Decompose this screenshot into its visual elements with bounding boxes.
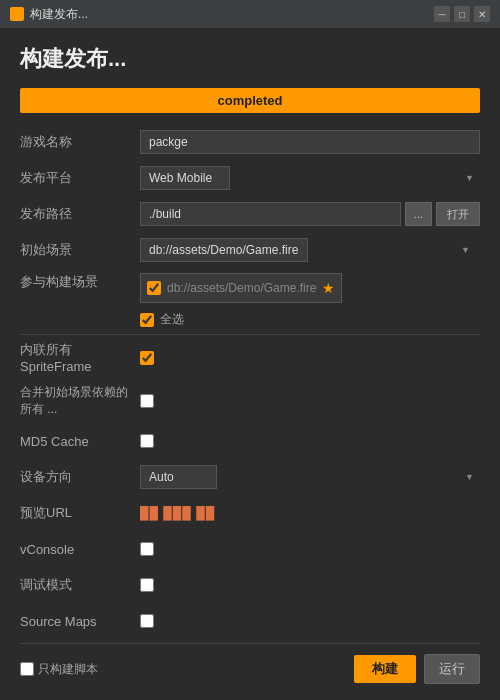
- initial-scene-label: 初始场景: [20, 241, 140, 259]
- footer-check-row: 只构建脚本: [20, 661, 346, 678]
- maximize-button[interactable]: □: [454, 6, 470, 22]
- initial-scene-control: db://assets/Demo/Game.fire ➜: [140, 238, 480, 262]
- only-build-script-label: 只构建脚本: [38, 661, 98, 678]
- vconsole-label: vConsole: [20, 542, 140, 557]
- platform-select-wrapper: Web Mobile Web Desktop Android iOS: [140, 166, 480, 190]
- platform-control: Web Mobile Web Desktop Android iOS: [140, 166, 480, 190]
- select-all-checkbox[interactable]: [140, 313, 154, 327]
- md5-cache-row: MD5 Cache: [20, 428, 480, 454]
- participating-scene-row: 参与构建场景 db://assets/Demo/Game.fire ★ 全选: [20, 273, 480, 328]
- scene-list-item: db://assets/Demo/Game.fire ★: [147, 278, 335, 298]
- device-orientation-label: 设备方向: [20, 468, 140, 486]
- close-button[interactable]: ✕: [474, 6, 490, 22]
- form-area: 游戏名称 发布平台 Web Mobile Web Desktop Android…: [20, 129, 480, 635]
- select-all-label: 全选: [160, 311, 184, 328]
- device-orientation-select[interactable]: Auto Portrait Landscape: [140, 465, 217, 489]
- preview-url-value: ██ ███ ██: [140, 506, 215, 520]
- select-all-row: 全选: [140, 311, 184, 328]
- footer-row: 只构建脚本 构建 运行: [20, 643, 480, 684]
- app-icon: [10, 7, 24, 21]
- star-icon: ★: [322, 280, 335, 296]
- source-maps-checkbox[interactable]: [140, 614, 154, 628]
- inline-spriteframe-checkbox[interactable]: [140, 351, 154, 365]
- vconsole-checkbox[interactable]: [140, 542, 154, 556]
- preview-url-control: ██ ███ ██: [140, 506, 480, 520]
- platform-row: 发布平台 Web Mobile Web Desktop Android iOS: [20, 165, 480, 191]
- inline-spriteframe-row: 内联所有 SpriteFrame: [20, 341, 480, 374]
- progress-bar: completed: [20, 88, 480, 113]
- game-name-input[interactable]: [140, 130, 480, 154]
- merge-deps-checkbox[interactable]: [140, 394, 154, 408]
- game-name-label: 游戏名称: [20, 133, 140, 151]
- device-orientation-control: Auto Portrait Landscape: [140, 465, 480, 489]
- scene-item-name: db://assets/Demo/Game.fire: [167, 281, 316, 295]
- initial-scene-row: 初始场景 db://assets/Demo/Game.fire ➜: [20, 237, 480, 263]
- debug-mode-row: 调试模式: [20, 572, 480, 598]
- build-button[interactable]: 构建: [354, 655, 416, 683]
- inline-spriteframe-control: [140, 351, 480, 365]
- device-orientation-select-wrapper: Auto Portrait Landscape: [140, 465, 480, 489]
- build-path-browse-button[interactable]: ...: [405, 202, 432, 226]
- build-path-label: 发布路径: [20, 205, 140, 223]
- initial-scene-select-wrapper: db://assets/Demo/Game.fire: [140, 238, 476, 262]
- participating-scene-control: db://assets/Demo/Game.fire ★ 全选: [140, 273, 480, 328]
- preview-url-label: 预览URL: [20, 504, 140, 522]
- participating-scene-label: 参与构建场景: [20, 273, 140, 291]
- preview-url-row: 预览URL ██ ███ ██: [20, 500, 480, 526]
- title-bar: 构建发布... ─ □ ✕: [0, 0, 500, 28]
- source-maps-row: Source Maps: [20, 608, 480, 634]
- debug-mode-control: [140, 578, 480, 592]
- merge-deps-row: 合并初始场景依赖的所有 ...: [20, 384, 480, 418]
- debug-mode-checkbox[interactable]: [140, 578, 154, 592]
- build-path-input[interactable]: [140, 202, 401, 226]
- main-container: 构建发布... completed 游戏名称 发布平台 Web Mobile W…: [0, 28, 500, 700]
- build-path-row: 发布路径 ... 打开: [20, 201, 480, 227]
- scene-item-checkbox[interactable]: [147, 281, 161, 295]
- platform-label: 发布平台: [20, 169, 140, 187]
- title-bar-title: 构建发布...: [30, 6, 88, 23]
- only-build-script-checkbox[interactable]: [20, 662, 34, 676]
- md5-cache-control: [140, 434, 480, 448]
- debug-mode-label: 调试模式: [20, 576, 140, 594]
- initial-scene-select[interactable]: db://assets/Demo/Game.fire: [140, 238, 308, 262]
- device-orientation-row: 设备方向 Auto Portrait Landscape: [20, 464, 480, 490]
- build-path-open-button[interactable]: 打开: [436, 202, 480, 226]
- game-name-control: [140, 130, 480, 154]
- page-title: 构建发布...: [20, 44, 480, 74]
- window-controls[interactable]: ─ □ ✕: [434, 6, 490, 22]
- vconsole-control: [140, 542, 480, 556]
- md5-cache-label: MD5 Cache: [20, 434, 140, 449]
- divider-1: [20, 334, 480, 335]
- build-path-control: ... 打开: [140, 202, 480, 226]
- merge-deps-label: 合并初始场景依赖的所有 ...: [20, 384, 140, 418]
- source-maps-control: [140, 614, 480, 628]
- inline-spriteframe-label: 内联所有 SpriteFrame: [20, 341, 140, 374]
- run-button[interactable]: 运行: [424, 654, 480, 684]
- vconsole-row: vConsole: [20, 536, 480, 562]
- merge-deps-control: [140, 394, 480, 408]
- game-name-row: 游戏名称: [20, 129, 480, 155]
- minimize-button[interactable]: ─: [434, 6, 450, 22]
- platform-select[interactable]: Web Mobile Web Desktop Android iOS: [140, 166, 230, 190]
- source-maps-label: Source Maps: [20, 614, 140, 629]
- md5-cache-checkbox[interactable]: [140, 434, 154, 448]
- scene-list: db://assets/Demo/Game.fire ★: [140, 273, 342, 303]
